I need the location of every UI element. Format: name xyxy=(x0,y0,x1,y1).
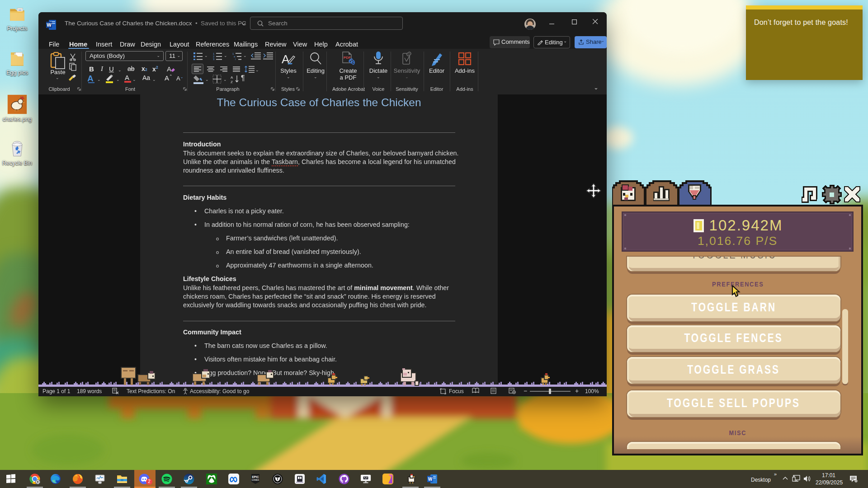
svg-text:A: A xyxy=(87,74,94,83)
svg-text:Z: Z xyxy=(231,80,233,84)
svg-text:i: i xyxy=(235,58,236,60)
svg-text:PDF: PDF xyxy=(344,56,351,60)
svg-text:W: W xyxy=(47,22,52,28)
svg-text:A: A xyxy=(167,65,171,73)
svg-text:3: 3 xyxy=(213,58,215,60)
svg-text:A: A xyxy=(231,75,233,80)
